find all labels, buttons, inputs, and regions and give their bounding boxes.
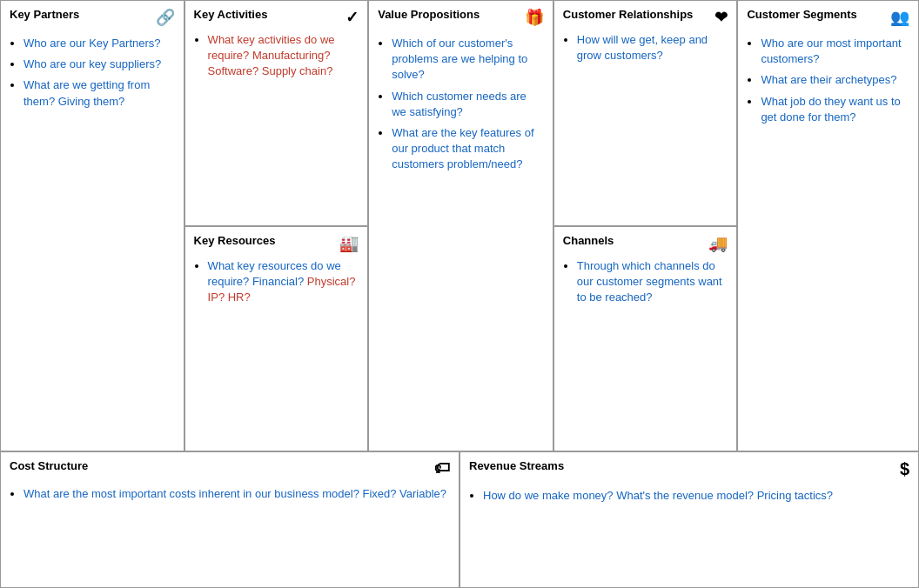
list-item: Which of our customer's problems are we … — [392, 36, 544, 84]
key-activities-icon: ✓ — [345, 8, 359, 27]
list-item: What are the most important costs inhere… — [23, 486, 450, 502]
key-partners-title: Key Partners — [10, 8, 79, 21]
bottom-section: Cost Structure 🏷 What are the most impor… — [1, 452, 918, 587]
key-partners-list: Who are our Key Partners? Who are our ke… — [10, 36, 175, 115]
list-item: How will we get, keep and grow customers… — [577, 32, 728, 63]
channels-cell: Channels 🚚 Through which channels do our… — [554, 227, 737, 451]
key-resources-header: Key Resources 🏭 — [194, 234, 359, 253]
customer-segments-icon: 👥 — [890, 8, 909, 27]
business-model-canvas: Key Partners 🔗 Who are our Key Partners?… — [0, 0, 919, 588]
customer-relationships-header: Customer Relationships ❤ — [563, 8, 728, 27]
list-item: What key activities do we require? Manuf… — [208, 32, 359, 80]
list-item: What are their archetypes? — [761, 72, 909, 88]
customer-segments-list: Who are our most important customers? Wh… — [747, 36, 909, 130]
list-item: What key resources do we require? Financ… — [208, 258, 359, 306]
channels-header: Channels 🚚 — [563, 234, 728, 253]
revenue-streams-list: How do we make money? What's the revenue… — [469, 488, 909, 509]
key-activities-title: Key Activities — [194, 8, 268, 21]
cost-structure-list: What are the most important costs inhere… — [10, 486, 450, 507]
customer-segments-header: Customer Segments 👥 — [747, 8, 909, 27]
value-propositions-title: Value Propositions — [378, 8, 480, 21]
channels-list: Through which channels do our customer s… — [563, 258, 728, 306]
value-propositions-list: Which of our customer's problems are we … — [378, 36, 544, 178]
customer-relationships-list: How will we get, keep and grow customers… — [563, 32, 728, 63]
customer-relationships-cell: Customer Relationships ❤ How will we get… — [554, 1, 737, 227]
cost-structure-cell: Cost Structure 🏷 What are the most impor… — [1, 452, 460, 587]
relationships-channels-col: Customer Relationships ❤ How will we get… — [554, 1, 739, 451]
value-propositions-icon: 🎁 — [525, 8, 544, 27]
customer-relationships-title: Customer Relationships — [563, 8, 694, 21]
value-propositions-cell: Value Propositions 🎁 Which of our custom… — [369, 1, 554, 451]
key-activities-header: Key Activities ✓ — [194, 8, 359, 27]
cost-structure-header: Cost Structure 🏷 — [10, 459, 450, 478]
customer-relationships-icon: ❤ — [714, 8, 728, 27]
customer-segments-title: Customer Segments — [747, 8, 856, 21]
key-activities-cell: Key Activities ✓ What key activities do … — [185, 1, 368, 227]
list-item: How do we make money? What's the revenue… — [483, 488, 909, 504]
channels-icon: 🚚 — [708, 234, 728, 253]
key-partners-cell: Key Partners 🔗 Who are our Key Partners?… — [1, 1, 185, 451]
top-section: Key Partners 🔗 Who are our Key Partners?… — [1, 1, 918, 452]
value-propositions-header: Value Propositions 🎁 — [378, 8, 544, 27]
key-resources-icon: 🏭 — [339, 234, 359, 253]
cost-structure-icon: 🏷 — [434, 459, 450, 478]
list-item: Who are our most important customers? — [761, 36, 909, 67]
revenue-streams-header: Revenue Streams $ — [469, 459, 909, 479]
list-item: Which customer needs are we satisfying? — [392, 89, 544, 120]
list-item: Through which channels do our customer s… — [577, 258, 728, 306]
list-item: Who are our Key Partners? — [23, 36, 175, 51]
key-resources-cell: Key Resources 🏭 What key resources do we… — [185, 227, 368, 451]
key-resources-title: Key Resources — [194, 234, 276, 247]
cost-structure-title: Cost Structure — [10, 459, 88, 472]
key-partners-header: Key Partners 🔗 — [10, 8, 175, 27]
key-resources-list: What key resources do we require? Financ… — [194, 258, 359, 306]
revenue-streams-cell: Revenue Streams $ How do we make money? … — [460, 452, 918, 587]
customer-segments-cell: Customer Segments 👥 Who are our most imp… — [738, 1, 918, 451]
key-activities-list: What key activities do we require? Manuf… — [194, 32, 359, 80]
list-item: What job do they want us to get done for… — [761, 94, 909, 125]
activities-resources-col: Key Activities ✓ What key activities do … — [185, 1, 370, 451]
list-item: What are the key features of our product… — [392, 125, 544, 173]
revenue-streams-icon: $ — [900, 459, 909, 479]
list-item: Who are our key suppliers? — [23, 57, 175, 72]
revenue-streams-title: Revenue Streams — [469, 459, 564, 472]
channels-title: Channels — [563, 234, 614, 247]
key-partners-icon: 🔗 — [156, 8, 175, 27]
list-item: What are we getting from them? Giving th… — [23, 77, 175, 109]
